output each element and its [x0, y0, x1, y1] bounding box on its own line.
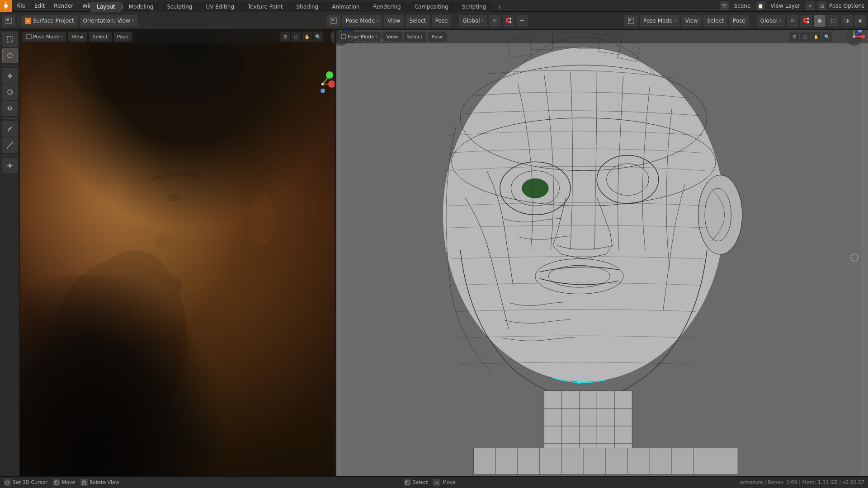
tab-scripting[interactable]: Scripting	[456, 2, 492, 12]
svg-point-100	[861, 35, 865, 38]
workspace-tabs: Layout Modeling Sculpting UV Editing Tex…	[90, 0, 642, 12]
menu-file[interactable]: File	[12, 0, 30, 11]
move-left-label: Move	[62, 479, 75, 485]
right-header: 🎬 Scene 📋 View Layer ✕ ⊞ Pose Options	[716, 0, 868, 12]
measure-tool[interactable]	[2, 137, 18, 153]
tab-shading[interactable]: Shading	[290, 2, 325, 12]
right-proportional-icon[interactable]: ⊙	[787, 15, 798, 27]
viewport-left[interactable]: Pose Mode ▾ View Select Pose ⊞ ○ ✋ 🔍	[20, 30, 354, 476]
svg-point-1	[4, 4, 8, 8]
viewport-left-bg: Pose Mode ▾ View Select Pose ⊞ ○ ✋ 🔍	[20, 30, 354, 476]
tab-layout[interactable]: Layout	[90, 2, 122, 12]
wireframe-display-icon[interactable]: □	[827, 15, 839, 27]
menu-edit[interactable]: Edit	[30, 0, 49, 11]
svg-marker-17	[11, 91, 13, 93]
right-pose-btn[interactable]: Pose	[729, 15, 749, 27]
left-select-btn[interactable]: Select	[406, 15, 430, 27]
performance-info: armature | Bones: 1/89 | Mem: 1.31 GB | …	[740, 479, 864, 485]
right-zoom-icon[interactable]: 🔍	[822, 32, 832, 42]
snap-icon[interactable]: 🧲	[503, 15, 514, 27]
transform-icon[interactable]: ↔	[516, 15, 528, 27]
viewport-right-bg: User Perspective (35) armature : Jaw01 P…	[335, 30, 868, 476]
cursor-icon	[4, 479, 11, 486]
right-view-menu[interactable]: View	[382, 32, 401, 42]
right-snap-icon[interactable]: 🧲	[800, 15, 812, 27]
mode-arrow-icon: ▾	[377, 19, 378, 23]
menu-render[interactable]: Render	[49, 0, 78, 11]
perspective-icon[interactable]: ○	[291, 32, 301, 42]
tab-texture-paint[interactable]: Texture Paint	[241, 2, 289, 12]
svg-text:8: 8	[339, 47, 341, 48]
material-display-icon[interactable]: ◑	[841, 15, 853, 27]
pose-options-icon[interactable]: ⊞	[817, 1, 826, 10]
orientation-dropdown[interactable]: Orientation: View ▾	[80, 15, 137, 27]
left-pose-menu-btn[interactable]: Pose	[113, 32, 132, 42]
viewport-checkbox[interactable]: ✓ Surface Project	[21, 15, 78, 27]
right-grab-icon[interactable]: ✋	[811, 32, 821, 42]
move-right-status: G Move	[433, 479, 456, 486]
transform-tool[interactable]	[2, 158, 18, 173]
lmb2-icon	[404, 479, 411, 486]
left-select-menu-btn[interactable]: Select	[89, 32, 112, 42]
right-editor-type-btn[interactable]	[624, 15, 638, 27]
scale-tool[interactable]	[2, 101, 18, 116]
proportional-edit-icon[interactable]: ⊙	[489, 15, 501, 27]
svg-rect-95	[341, 34, 346, 39]
right-mode-btn[interactable]: Pose Mode ▾	[337, 32, 381, 42]
add-workspace-button[interactable]: +	[493, 2, 506, 12]
right-grid-icon[interactable]: ⊞	[789, 32, 799, 42]
svg-rect-5	[7, 19, 9, 21]
global-dropdown[interactable]: Global ▾	[459, 15, 487, 27]
rotate-view-label: Rotate View	[90, 479, 119, 485]
view-label: View	[117, 18, 130, 24]
right-mode-dropdown[interactable]: Pose Mode ▾	[640, 15, 679, 27]
scene-selector-icon[interactable]: 🎬	[720, 1, 729, 10]
viewport-right[interactable]: User Perspective (35) armature : Jaw01 P…	[335, 30, 868, 476]
left-pose-btn[interactable]: Pose	[432, 15, 452, 27]
left-mode-dropdown[interactable]: Pose Mode ▾	[342, 15, 382, 27]
right-persp-icon[interactable]: ○	[800, 32, 810, 42]
close-icon[interactable]: ✕	[806, 1, 815, 10]
select-box-tool[interactable]	[2, 32, 18, 47]
right-pose-menu[interactable]: Pose	[428, 32, 447, 42]
tab-uv-editing[interactable]: UV Editing	[199, 2, 241, 12]
tab-sculpting[interactable]: Sculpting	[160, 2, 198, 12]
move-tool[interactable]	[2, 68, 18, 84]
cursor-tool[interactable]	[2, 48, 18, 63]
global-label: Global	[462, 18, 480, 24]
svg-rect-7	[332, 19, 334, 21]
right-global-dropdown[interactable]: Global ▾	[757, 15, 785, 27]
right-select-menu[interactable]: Select	[404, 32, 426, 42]
viewport-divider[interactable]	[335, 30, 336, 476]
tab-compositing[interactable]: Compositing	[408, 2, 455, 12]
svg-rect-10	[7, 37, 13, 42]
rotate-tool[interactable]	[2, 84, 18, 100]
right-mode-text: Pose Mode	[348, 34, 374, 40]
left-viewport-border	[20, 30, 354, 476]
right-select-btn[interactable]: Select	[703, 15, 727, 27]
status-bar: Set 3D Cursor Move Rotate View Select G …	[0, 476, 868, 488]
render-display-icon[interactable]: ◉	[854, 15, 866, 27]
tab-modeling[interactable]: Modeling	[123, 2, 160, 12]
editor-type-button[interactable]	[2, 15, 15, 27]
right-view-btn[interactable]: View	[681, 15, 701, 27]
svg-point-105	[853, 35, 855, 38]
project-name: Surface Project	[33, 18, 74, 24]
left-view-menu-btn[interactable]: View	[68, 32, 87, 42]
move-right-label: Move	[442, 479, 456, 485]
grab-icon[interactable]: ✋	[302, 32, 312, 42]
grid-icon[interactable]: ⊞	[280, 32, 290, 42]
tab-rendering[interactable]: Rendering	[367, 2, 407, 12]
zoom-icon[interactable]: 🔍	[313, 32, 323, 42]
svg-rect-119	[83, 481, 85, 483]
solid-display-icon[interactable]: ●	[814, 15, 826, 27]
select-status: Select	[404, 479, 428, 486]
left-mode-text: Pose Mode	[33, 34, 60, 40]
left-view-btn[interactable]: View	[384, 15, 404, 27]
annotate-tool[interactable]	[2, 121, 18, 136]
view-layer-icon[interactable]: 📋	[756, 1, 765, 10]
left-editor-type-btn[interactable]	[327, 15, 340, 27]
tab-animation[interactable]: Animation	[326, 2, 366, 12]
left-mode-btn[interactable]: Pose Mode ▾	[23, 32, 66, 42]
svg-rect-117	[55, 481, 57, 483]
